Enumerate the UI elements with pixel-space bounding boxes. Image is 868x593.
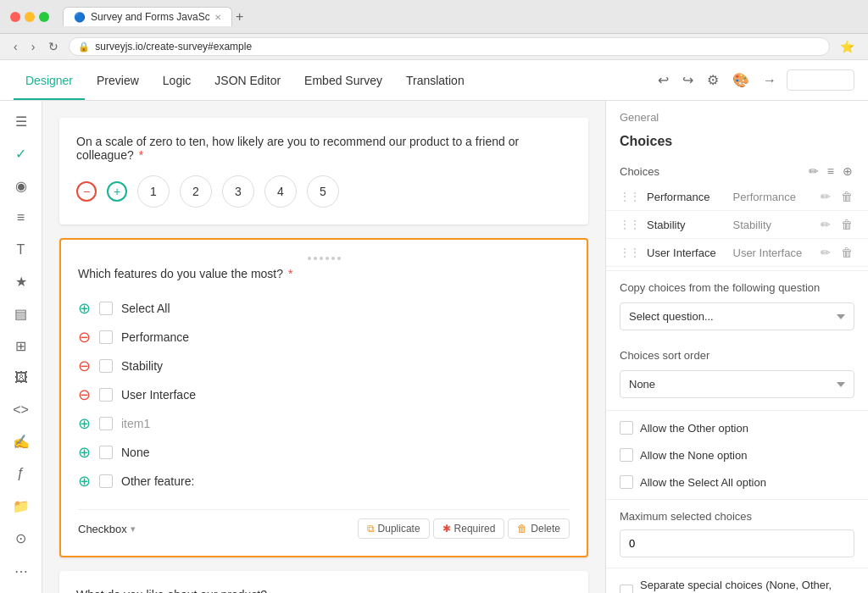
type-dropdown-icon[interactable]: ▾ — [131, 524, 136, 535]
checkbox-item-other: ⊕ Other feature: — [78, 467, 570, 496]
sidebar-icon-matrix[interactable]: ⊞ — [6, 331, 36, 360]
choice-name-performance: Performance — [647, 191, 726, 203]
sidebar-icon-image[interactable]: 🖼 — [6, 363, 36, 392]
nav-preview[interactable]: Preview — [85, 60, 151, 100]
sidebar-icon-folder[interactable]: 📁 — [6, 491, 36, 520]
divider-3 — [606, 499, 868, 500]
rating-decrease-btn[interactable]: − — [76, 181, 97, 202]
minus-icon-stability[interactable]: ⊖ — [78, 357, 91, 375]
nav-logic[interactable]: Logic — [151, 60, 203, 100]
sidebar-icon-list[interactable]: ≡ — [6, 203, 36, 232]
nav-embed-survey[interactable]: Embed Survey — [292, 60, 394, 100]
rating-row: − + 1 2 3 4 5 — [76, 175, 571, 208]
drag-handle-performance[interactable]: ⋮⋮ — [620, 191, 640, 202]
option-other-checkbox[interactable] — [620, 421, 633, 435]
max-selected-input[interactable]: 0 — [620, 529, 854, 557]
sidebar-icon-func[interactable]: ƒ — [6, 460, 36, 489]
delete-stability-button[interactable]: 🗑 — [839, 216, 854, 233]
plus-icon-select-all[interactable]: ⊕ — [78, 299, 91, 318]
rating-3[interactable]: 3 — [222, 175, 254, 208]
sort-select[interactable]: None Ascending Descending Random — [620, 370, 854, 398]
pencil-icon[interactable]: ✏ — [807, 163, 821, 180]
theme-button[interactable]: 🎨 — [729, 69, 753, 91]
question-card-1: On a scale of zero to ten, how likely ar… — [59, 118, 588, 224]
survey-name-input[interactable]: promoter_features — [787, 69, 854, 91]
refresh-button[interactable]: ↻ — [45, 38, 62, 55]
rating-4[interactable]: 4 — [264, 175, 297, 208]
choices-header: Choices ✏ ≡ ⊕ — [606, 159, 868, 183]
left-sidebar: ☰ ✓ ◉ ≡ T ★ ▤ ⊞ 🖼 <> ✍ ƒ 📁 ⊙ ⋯ — [0, 101, 42, 593]
checkbox-none[interactable] — [99, 446, 113, 459]
checkbox-select-all[interactable] — [99, 302, 113, 315]
delete-button[interactable]: 🗑 Delete — [508, 518, 570, 539]
checkbox-performance[interactable] — [99, 330, 113, 344]
list-icon[interactable]: ≡ — [826, 163, 836, 180]
plus-icon-other[interactable]: ⊕ — [78, 472, 91, 490]
option-none-row: Allow the None option — [606, 441, 868, 468]
rating-2[interactable]: 2 — [180, 175, 212, 208]
sidebar-icon-panel[interactable]: ▤ — [6, 300, 36, 329]
close-button[interactable] — [10, 12, 20, 22]
back-button[interactable]: ‹ — [10, 38, 21, 55]
choices-label: Choices — [620, 165, 807, 178]
delete-ui-button[interactable]: 🗑 — [839, 244, 854, 261]
browser-tab[interactable]: 🔵 Survey and Forms JavaScript L... ✕ — [63, 7, 232, 26]
edit-stability-button[interactable]: ✏ — [819, 216, 832, 233]
nav-json-editor[interactable]: JSON Editor — [203, 60, 292, 100]
rating-5[interactable]: 5 — [307, 175, 339, 208]
drag-handle-ui[interactable]: ⋮⋮ — [620, 247, 640, 258]
top-nav: Designer Preview Logic JSON Editor Embed… — [0, 60, 868, 101]
url-bar[interactable]: 🔒 surveyjs.io/create-survey#example — [69, 37, 830, 56]
rating-increase-btn[interactable]: + — [107, 181, 127, 202]
edit-performance-button[interactable]: ✏ — [819, 188, 832, 205]
checkbox-label-select-all: Select All — [121, 302, 170, 315]
drag-handle-stability[interactable]: ⋮⋮ — [620, 219, 640, 230]
sidebar-icon-pages[interactable]: ☰ — [6, 108, 36, 136]
tab-close-icon[interactable]: ✕ — [214, 13, 221, 22]
plus-icon-item1[interactable]: ⊕ — [78, 414, 91, 433]
maximize-button[interactable] — [39, 12, 49, 22]
question-card-2: Which features do you value the most? * … — [59, 238, 588, 557]
sidebar-icon-eye[interactable]: ◉ — [6, 172, 36, 201]
sidebar-icon-text[interactable]: T — [6, 236, 36, 264]
choices-actions: ✏ ≡ ⊕ — [807, 163, 854, 180]
rating-1[interactable]: 1 — [137, 175, 170, 208]
required-button[interactable]: ✱ Required — [433, 518, 505, 539]
sidebar-icon-code[interactable]: <> — [6, 396, 36, 424]
choice-value-stability: Stability — [733, 219, 813, 231]
sidebar-icon-star[interactable]: ★ — [6, 268, 36, 296]
option-none-checkbox[interactable] — [620, 448, 633, 462]
nav-translation[interactable]: Translation — [394, 60, 476, 100]
forward-button[interactable]: › — [28, 38, 39, 55]
plus-icon-none[interactable]: ⊕ — [78, 443, 91, 462]
nav-designer[interactable]: Designer — [14, 60, 85, 100]
checkbox-user-interface[interactable] — [99, 388, 113, 402]
sidebar-icon-signature[interactable]: ✍ — [6, 428, 36, 457]
option-select-all-checkbox[interactable] — [620, 475, 633, 489]
checkbox-item1[interactable] — [99, 417, 113, 430]
delete-icon: 🗑 — [517, 523, 527, 535]
divider-1 — [606, 270, 868, 271]
bookmark-icon[interactable]: ⭐ — [837, 38, 858, 55]
minus-icon-ui[interactable]: ⊖ — [78, 385, 91, 404]
separate-special-checkbox[interactable] — [620, 585, 633, 593]
minimize-button[interactable] — [25, 12, 35, 22]
copy-choices-select[interactable]: Select question... — [620, 302, 854, 330]
undo-button[interactable]: ↩ — [654, 69, 672, 91]
sidebar-icon-questions[interactable]: ✓ — [6, 140, 36, 169]
checkbox-other[interactable] — [99, 474, 113, 488]
duplicate-button[interactable]: ⧉ Duplicate — [358, 518, 430, 539]
sidebar-icon-group[interactable]: ⊙ — [6, 524, 36, 552]
sidebar-icon-more[interactable]: ⋯ — [6, 556, 36, 586]
checkbox-stability[interactable] — [99, 359, 113, 373]
settings-button[interactable]: ⚙ — [704, 69, 722, 91]
choice-name-stability: Stability — [647, 219, 726, 231]
arrow-right-button[interactable]: → — [760, 69, 780, 91]
add-choice-button[interactable]: ⊕ — [841, 163, 854, 180]
redo-button[interactable]: ↪ — [679, 69, 697, 91]
delete-performance-button[interactable]: 🗑 — [839, 188, 854, 205]
edit-ui-button[interactable]: ✏ — [819, 244, 832, 261]
new-tab-button[interactable]: + — [236, 9, 243, 25]
minus-icon-performance[interactable]: ⊖ — [78, 328, 91, 346]
tab-title: Survey and Forms JavaScript L... — [91, 11, 209, 23]
